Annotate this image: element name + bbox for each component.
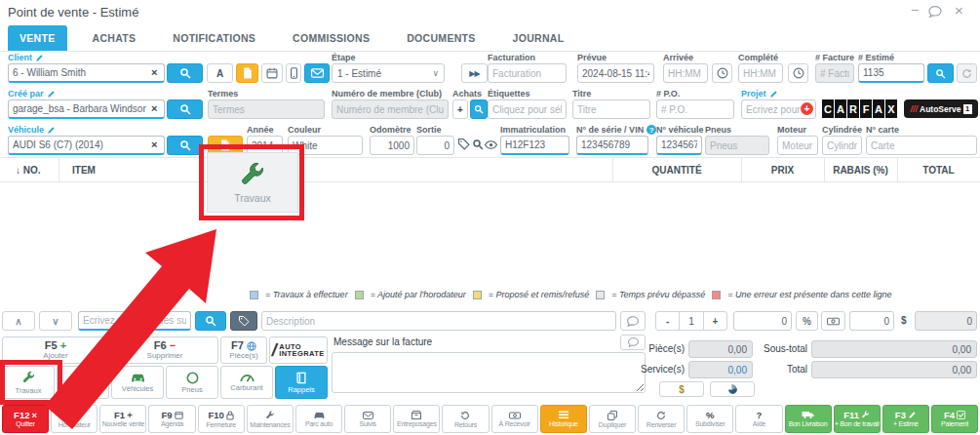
f11-bon-de-travail-button[interactable]: F11+ Bon de travail <box>834 405 881 433</box>
client-stats-button[interactable]: A <box>207 63 233 83</box>
category-ensembles-button[interactable]: Ensembles <box>57 366 109 399</box>
money-button[interactable] <box>821 311 845 331</box>
no-vehicule-input[interactable] <box>656 136 702 155</box>
parc-auto-button[interactable]: Parc auto <box>295 405 342 433</box>
etape-select[interactable]: 1 - Estimé∨ <box>332 63 445 83</box>
item-tag-button[interactable] <box>230 311 257 331</box>
historique-button[interactable]: Historique <box>540 405 587 433</box>
achats-search-button[interactable] <box>470 99 488 119</box>
complete-clock-button[interactable] <box>788 63 808 83</box>
cree-par-input[interactable] <box>8 99 165 119</box>
retours-button[interactable]: Retours <box>442 405 489 433</box>
invoice-message-textarea[interactable] <box>332 352 646 393</box>
description-input[interactable] <box>261 311 616 331</box>
arrivee-clock-button[interactable] <box>712 63 732 83</box>
etiquettes-input[interactable] <box>488 99 567 119</box>
tab-vente[interactable]: VENTE <box>8 25 67 51</box>
qty-value[interactable]: 1 <box>679 312 703 330</box>
move-down-button[interactable]: ∨ <box>39 311 72 331</box>
aide-button[interactable]: ?Aide <box>735 405 782 433</box>
facturation-input[interactable] <box>488 63 567 83</box>
client-calendar-button[interactable] <box>261 63 283 83</box>
complete-input[interactable] <box>738 63 783 83</box>
item-suggest-input[interactable] <box>78 311 191 331</box>
tab-commissions[interactable]: COMMISSIONS <box>281 25 381 51</box>
tab-notifications[interactable]: NOTIFICATIONS <box>161 25 267 51</box>
client-mobile-button[interactable] <box>286 63 301 83</box>
close-icon[interactable]: × <box>955 3 963 18</box>
col-total[interactable]: TOTAL <box>897 165 980 176</box>
tab-achats[interactable]: ACHATS <box>81 25 148 51</box>
clear-client-icon[interactable]: × <box>151 67 157 78</box>
clear-cree-par-icon[interactable]: × <box>151 103 157 114</box>
clear-vehicule-icon[interactable]: × <box>151 139 157 150</box>
percent-button[interactable]: % <box>796 311 818 331</box>
achats-add-button[interactable]: + <box>452 99 468 119</box>
cylindree-input[interactable] <box>822 136 862 155</box>
category-vehicules-button[interactable]: Véhicules <box>111 366 164 399</box>
client-email-button[interactable] <box>304 63 330 83</box>
client-search-button[interactable] <box>167 63 203 83</box>
autointegrate-logo[interactable]: / AUTOINTEGRATE <box>269 336 328 364</box>
category-pneus-button[interactable]: Pneus <box>166 366 218 399</box>
col-item[interactable]: ITEM <box>72 165 96 176</box>
no-estime-input[interactable] <box>858 63 924 83</box>
carfax-logo[interactable]: CARFAX <box>822 99 897 118</box>
prevue-input[interactable] <box>577 63 654 83</box>
odometre-input[interactable] <box>370 136 414 155</box>
col-no[interactable]: ↓ NO. <box>16 165 41 176</box>
qty-plus-button[interactable]: + <box>704 312 726 330</box>
f7-pieces-button[interactable]: F7 Pièce(s) <box>220 336 267 364</box>
move-up-button[interactable]: ∧ <box>2 311 35 331</box>
f10-fermeture-button[interactable]: F10Fermeture <box>198 405 245 433</box>
category-carburant-button[interactable]: Carburant <box>220 366 273 399</box>
projet-add-icon[interactable]: + <box>801 102 813 115</box>
col-rabais[interactable]: RABAIS (%) <box>824 165 897 176</box>
vehicule-input[interactable] <box>8 136 165 155</box>
qty-minus-button[interactable]: - <box>656 312 679 330</box>
help-icon[interactable]: ? <box>647 125 656 135</box>
pie-chart-button[interactable] <box>710 381 755 397</box>
estime-search-button[interactable] <box>927 63 954 83</box>
category-rappels-button[interactable]: Rappels <box>275 366 328 399</box>
f12-quitter-button[interactable]: F12×Quitter <box>2 405 49 433</box>
horodateur-button[interactable]: Horodateur <box>51 405 98 433</box>
vehicule-search-button[interactable] <box>167 136 203 155</box>
a-recevoir-button[interactable]: À Recevoir <box>491 405 538 433</box>
category-travaux-button[interactable]: Travaux <box>2 366 55 399</box>
couleur-input[interactable] <box>288 136 363 155</box>
titre-input[interactable] <box>572 99 650 119</box>
autoserve-logo[interactable]: /// AutoServe 1 <box>904 99 978 118</box>
maintenances-button[interactable]: Maintenances <box>247 405 294 433</box>
item-search-button[interactable] <box>195 311 226 331</box>
bon-livraison-button[interactable]: Bon Livraison <box>785 405 832 433</box>
carte-input[interactable] <box>866 136 977 155</box>
immatriculation-input[interactable] <box>500 136 569 155</box>
tab-documents[interactable]: DOCUMENTS <box>395 25 487 51</box>
item-comment-button[interactable] <box>620 311 646 331</box>
eye-icon[interactable] <box>485 140 497 149</box>
f1-nouvelle-vente-button[interactable]: F1+Nouvelle vente <box>99 405 146 433</box>
tab-journal[interactable]: JOURNAL <box>501 25 576 51</box>
search-small-icon[interactable] <box>472 138 484 150</box>
currency-button[interactable]: $ <box>659 381 704 397</box>
tag-icon[interactable] <box>458 138 470 150</box>
cree-par-search-button[interactable] <box>167 99 203 119</box>
sortie-input[interactable] <box>416 136 454 155</box>
arrivee-input[interactable] <box>663 63 708 83</box>
f4-paiement-button[interactable]: F4Paiement <box>931 405 978 433</box>
entreposages-button[interactable]: Entreposages <box>393 405 440 433</box>
next-step-button[interactable]: ▶▶ <box>461 63 488 83</box>
suivis-button[interactable]: Suivis <box>344 405 391 433</box>
chat-bubble-icon[interactable] <box>928 6 942 18</box>
price-input[interactable] <box>733 311 792 331</box>
dupliquer-button[interactable]: Dupliquer <box>589 405 636 433</box>
vin-input[interactable] <box>576 136 648 155</box>
po-input[interactable] <box>656 99 734 119</box>
f5-ajouter-button[interactable]: F5+ Ajouter <box>2 336 109 364</box>
subdiviser-button[interactable]: %Subdiviser <box>686 405 733 433</box>
moteur-input[interactable] <box>777 136 818 155</box>
client-input[interactable] <box>8 63 165 83</box>
col-quantite[interactable]: QUANTITÉ <box>612 165 741 176</box>
discount-input[interactable] <box>849 311 894 331</box>
